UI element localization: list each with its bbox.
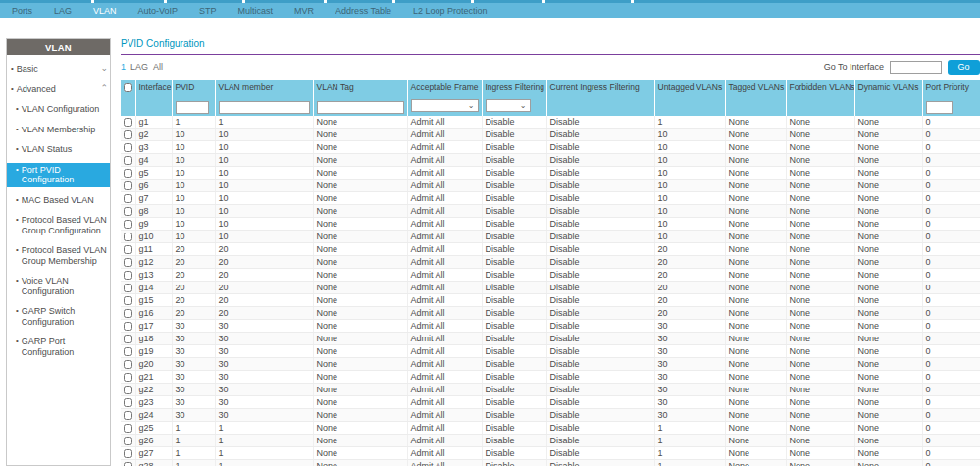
sidebar-item-vlan-membership[interactable]: •VLAN Membership [7,123,110,137]
select-all-checkbox[interactable] [124,83,132,92]
row-select-checkbox[interactable] [124,207,132,216]
tagged-vlans-cell: None [725,282,786,294]
bullet-icon: • [16,306,19,316]
sidebar-item-vlan-status[interactable]: •VLAN Status [7,142,110,157]
lag-link[interactable]: LAG [130,62,148,72]
row-select-checkbox[interactable] [124,169,132,178]
nav-item-address-table[interactable]: Address Table [335,6,402,16]
all-link[interactable]: All [153,62,163,72]
table-row: g183030NoneAdmit AllDisableDisable30None… [121,333,980,345]
row-select-checkbox[interactable] [124,284,132,292]
unit-1-link[interactable]: 1 [121,62,126,72]
sidebar-item-port-pvid-configuration[interactable]: •Port PVID Configuration [7,163,110,187]
row-select-checkbox[interactable] [124,130,132,139]
current-ingress-filtering-cell: Disable [546,129,654,141]
row-select-checkbox[interactable] [124,335,132,343]
sidebar-item-protocol-based-vlan-group-configuration[interactable]: •Protocol Based VLAN Group Configuration [7,213,110,237]
column-header-vlan-tag: VLAN Tag [313,80,407,94]
forbidden-vlans-cell: None [786,384,854,396]
vlan-tag-filter-input[interactable] [317,101,404,114]
row-select-checkbox[interactable] [124,296,132,305]
sidebar-item-garp-port-configuration[interactable]: •GARP Port Configuration [7,335,110,359]
bullet-icon: • [16,125,19,134]
row-select-checkbox[interactable] [124,233,132,241]
dynamic-vlans-cell: None [854,218,922,231]
row-select-checkbox[interactable] [124,258,132,267]
row-select-checkbox[interactable] [124,373,132,382]
nav-item-auto-voip[interactable]: Auto-VoIP [138,6,189,16]
row-select-checkbox[interactable] [124,411,132,420]
ingress-filtering-cell: Disable [482,231,546,243]
row-select-checkbox[interactable] [124,424,132,433]
nav-item-mvr[interactable]: MVR [294,6,325,16]
row-select-checkbox[interactable] [124,194,132,203]
sidebar-item-voice-vlan-configuration[interactable]: •Voice VLAN Configuration [7,274,110,298]
row-select-checkbox[interactable] [124,156,132,165]
vlan-member-cell: 20 [215,256,313,269]
row-select-checkbox[interactable] [124,360,132,369]
pvid-cell: 10 [172,129,215,141]
acceptable-frame-cell: Admit All [407,294,482,307]
interface-cell: g1 [135,116,172,129]
nav-item-vlan[interactable]: VLAN [93,6,128,16]
acceptable-frame-filter-select[interactable] [412,105,478,116]
untagged-vlans-cell: 20 [654,307,725,320]
sidebar-item-mac-based-vlan[interactable]: •MAC Based VLAN [7,193,110,208]
row-select-checkbox[interactable] [124,143,132,152]
sidebar-item-garp-switch-configuration[interactable]: •GARP Switch Configuration [7,304,110,329]
forbidden-vlans-cell: None [786,371,854,384]
row-select-checkbox[interactable] [124,309,132,318]
ingress-filtering-cell: Disable [482,435,546,447]
go-to-interface-input[interactable] [890,61,942,74]
row-select-checkbox[interactable] [124,118,132,127]
row-select-checkbox[interactable] [124,271,132,280]
nav-item-stp[interactable]: STP [199,6,228,16]
acceptable-frame-cell: Admit All [407,435,482,447]
table-row: g91010NoneAdmit AllDisableDisable10NoneN… [121,218,980,231]
nav-item-lag[interactable]: LAG [54,6,82,16]
dynamic-vlans-cell: None [854,129,922,141]
row-select-checkbox[interactable] [124,398,132,407]
port-priority-cell: 0 [922,409,980,422]
row-select-checkbox[interactable] [124,181,132,190]
go-button[interactable]: Go [948,60,980,75]
acceptable-frame-cell: Admit All [407,218,482,231]
tagged-vlans-cell: None [725,409,786,422]
sidebar-item-advanced[interactable]: •Advanced⌃ [7,82,110,97]
ingress-filtering-cell: Disable [482,409,546,422]
row-select-checkbox[interactable] [124,462,132,466]
port-priority-filter-input[interactable] [926,101,953,114]
row-select-checkbox[interactable] [124,386,132,394]
row-select-checkbox[interactable] [124,347,132,356]
row-select-checkbox[interactable] [124,437,132,445]
pvid-filter-input[interactable] [176,101,209,114]
column-header-pvid: PVID [172,80,215,94]
dynamic-vlans-cell: None [854,447,922,460]
row-select-checkbox[interactable] [124,220,132,229]
sidebar-item-protocol-based-vlan-group-membership[interactable]: •Protocol Based VLAN Group Membership [7,243,110,268]
row-select-checkbox[interactable] [124,245,132,254]
row-select-cell [121,320,135,333]
sidebar-item-vlan-configuration[interactable]: •VLAN Configuration [7,102,110,117]
sidebar-item-basic[interactable]: •Basic⌄ [7,62,110,77]
nav-item-ports[interactable]: Ports [12,6,43,16]
row-select-cell [121,447,135,460]
row-select-checkbox[interactable] [124,322,132,331]
ingress-filtering-filter-select[interactable] [487,105,530,116]
interface-cell: g5 [135,167,172,180]
untagged-vlans-cell: 10 [654,167,725,180]
current-ingress-filtering-cell: Disable [546,447,654,460]
acceptable-frame-cell: Admit All [407,282,482,294]
untagged-vlans-cell: 1 [654,116,725,129]
dynamic-vlans-cell: None [854,358,922,371]
row-select-checkbox[interactable] [124,449,132,458]
ingress-filtering-cell: Disable [482,129,546,141]
nav-item-multicast[interactable]: Multicast [238,6,284,16]
vlan-member-cell: 20 [215,243,313,256]
untagged-vlans-cell: 30 [654,384,725,396]
nav-item-l2-loop-protection[interactable]: L2 Loop Protection [413,6,498,16]
port-priority-cell: 0 [922,345,980,358]
vlan-member-filter-input[interactable] [219,101,310,114]
vlan-tag-cell: None [313,129,407,141]
vlan-tag-cell: None [313,116,407,129]
